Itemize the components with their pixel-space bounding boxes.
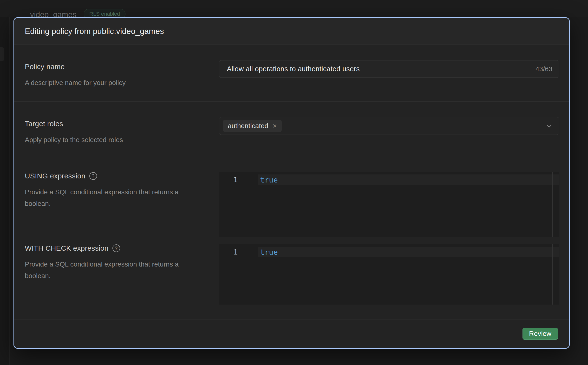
with-check-expression-editor[interactable]: 1 true bbox=[219, 244, 559, 305]
line-number: 1 bbox=[219, 175, 250, 185]
code-token-true: true bbox=[260, 176, 278, 184]
policy-name-label: Policy name bbox=[25, 63, 65, 71]
help-icon[interactable]: ? bbox=[112, 244, 120, 252]
line-number: 1 bbox=[219, 247, 250, 257]
policy-name-input[interactable] bbox=[227, 65, 536, 73]
chevron-down-icon bbox=[546, 123, 553, 130]
editor-scrollbar-ruler bbox=[552, 244, 553, 305]
using-expression-editor[interactable]: 1 true bbox=[219, 172, 559, 237]
using-expression-label: USING expression ? bbox=[25, 172, 97, 180]
target-roles-label: Target roles bbox=[25, 120, 63, 128]
editor-line: 1 true bbox=[219, 175, 559, 185]
char-counter: 43/63 bbox=[536, 65, 552, 73]
target-roles-description: Apply policy to the selected roles bbox=[25, 134, 123, 146]
policy-name-section: Policy name A descriptive name for your … bbox=[14, 45, 569, 102]
expressions-section: USING expression ? Provide a SQL conditi… bbox=[14, 157, 569, 319]
review-button[interactable]: Review bbox=[523, 328, 558, 340]
help-icon[interactable]: ? bbox=[89, 172, 97, 180]
dialog-footer: Review bbox=[14, 319, 569, 349]
dialog-header: Editing policy from public.video_games bbox=[14, 18, 569, 45]
role-chip-label: authenticated bbox=[228, 122, 268, 130]
using-expression-label-text: USING expression bbox=[25, 172, 85, 180]
editor-line: 1 true bbox=[219, 247, 559, 257]
with-check-expression-label-text: WITH CHECK expression bbox=[25, 244, 109, 252]
code-token-true: true bbox=[260, 248, 278, 256]
with-check-expression-description: Provide a SQL conditional expression tha… bbox=[25, 259, 181, 282]
edit-policy-dialog: Editing policy from public.video_games P… bbox=[14, 17, 570, 349]
using-expression-description: Provide a SQL conditional expression tha… bbox=[25, 186, 181, 210]
policy-name-input-wrapper: 43/63 bbox=[219, 60, 559, 78]
target-roles-section: Target roles Apply policy to the selecte… bbox=[14, 102, 569, 157]
current-line-highlight: true bbox=[258, 175, 559, 185]
editor-scrollbar-ruler bbox=[552, 172, 553, 237]
chip-remove-icon[interactable]: × bbox=[273, 122, 277, 130]
current-line-highlight: true bbox=[258, 247, 559, 257]
sidebar-rail-item bbox=[0, 47, 4, 61]
dialog-title: Editing policy from public.video_games bbox=[25, 27, 164, 36]
target-roles-select[interactable]: authenticated × bbox=[219, 117, 559, 135]
role-chip: authenticated × bbox=[223, 120, 282, 132]
policy-name-label-text: Policy name bbox=[25, 63, 65, 71]
with-check-expression-label: WITH CHECK expression ? bbox=[25, 244, 120, 252]
app-sidebar-rail bbox=[0, 0, 10, 365]
target-roles-label-text: Target roles bbox=[25, 120, 63, 128]
policy-name-description: A descriptive name for your policy bbox=[25, 77, 126, 89]
background-page-header: video_games RLS enabled bbox=[0, 0, 588, 17]
